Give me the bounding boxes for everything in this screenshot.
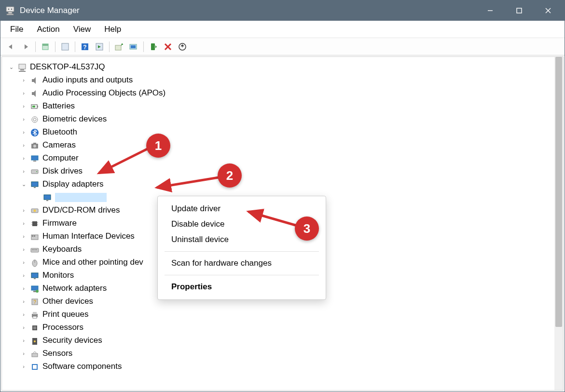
chevron-right-icon[interactable]: › bbox=[20, 298, 27, 305]
chevron-right-icon[interactable]: › bbox=[20, 155, 27, 162]
tree-category[interactable]: ›Cameras bbox=[8, 139, 552, 152]
printer-icon bbox=[30, 310, 40, 320]
minimize-button[interactable] bbox=[476, 0, 505, 21]
chevron-right-icon[interactable]: › bbox=[20, 324, 27, 331]
chevron-right-icon[interactable]: › bbox=[20, 246, 27, 253]
chevron-right-icon[interactable]: › bbox=[20, 142, 27, 149]
svg-line-77 bbox=[248, 212, 299, 226]
display-icon bbox=[30, 180, 40, 189]
chevron-right-icon[interactable]: › bbox=[20, 220, 27, 227]
tree-category[interactable]: ›Software components bbox=[8, 360, 552, 373]
tree-category-label: Biometric devices bbox=[42, 115, 107, 124]
svg-point-4 bbox=[11, 9, 12, 10]
chevron-right-icon[interactable]: › bbox=[20, 90, 27, 97]
chevron-right-icon[interactable]: › bbox=[20, 116, 27, 123]
chevron-right-icon[interactable]: › bbox=[20, 311, 27, 318]
tree-root[interactable]: ⌄DESKTOP-4L537JQ bbox=[8, 61, 552, 74]
annotation-marker-3: 3 bbox=[295, 216, 319, 241]
menu-action[interactable]: Action bbox=[30, 23, 66, 36]
tree-category[interactable]: ›Disk drives bbox=[8, 165, 552, 178]
chevron-right-icon[interactable]: › bbox=[20, 364, 27, 370]
refresh-icon[interactable] bbox=[58, 41, 72, 53]
toolbar-separator bbox=[55, 41, 55, 52]
menubar: File Action View Help bbox=[0, 21, 565, 38]
tree-category[interactable]: ›Batteries bbox=[8, 100, 552, 113]
svg-rect-32 bbox=[33, 143, 36, 144]
context-scan-hardware[interactable]: Scan for hardware changes bbox=[158, 256, 326, 271]
chevron-right-icon[interactable]: › bbox=[20, 338, 27, 344]
chevron-right-icon[interactable]: › bbox=[20, 351, 27, 357]
tree-category[interactable]: ›Processors bbox=[8, 321, 552, 334]
maximize-button[interactable] bbox=[505, 0, 534, 21]
app-icon bbox=[5, 6, 15, 15]
nav-forward-icon[interactable] bbox=[19, 41, 32, 53]
svg-rect-21 bbox=[19, 64, 26, 69]
update-driver-icon[interactable] bbox=[112, 41, 126, 53]
tree-category[interactable]: ›Security devices bbox=[8, 334, 552, 347]
chevron-right-icon[interactable]: › bbox=[20, 285, 27, 292]
tree-category[interactable]: ›Bluetooth bbox=[8, 126, 552, 139]
chevron-right-icon[interactable]: › bbox=[20, 129, 27, 136]
svg-rect-23 bbox=[19, 71, 26, 72]
chevron-right-icon[interactable]: › bbox=[20, 77, 27, 84]
svg-rect-66 bbox=[33, 312, 37, 314]
svg-text:?: ? bbox=[33, 299, 36, 305]
chevron-down-icon[interactable]: ⌄ bbox=[8, 64, 14, 71]
tree-category[interactable]: ›Biometric devices bbox=[8, 113, 552, 126]
svg-rect-52 bbox=[32, 249, 33, 250]
nav-back-icon[interactable] bbox=[4, 41, 18, 53]
fingerprint-icon bbox=[30, 115, 40, 124]
window-title: Device Manager bbox=[20, 6, 476, 15]
chip-icon bbox=[30, 219, 40, 229]
chevron-right-icon[interactable]: › bbox=[20, 233, 27, 240]
tree-category-label: Cameras bbox=[42, 141, 76, 150]
speaker-icon bbox=[30, 89, 40, 98]
toolbar-separator bbox=[75, 41, 75, 52]
chevron-right-icon[interactable]: › bbox=[20, 259, 27, 266]
enable-icon[interactable] bbox=[147, 41, 160, 53]
scroll-thumb[interactable] bbox=[555, 57, 562, 327]
help-icon[interactable]: ? bbox=[78, 41, 92, 53]
chevron-right-icon[interactable]: › bbox=[20, 272, 27, 279]
scan-icon[interactable] bbox=[127, 41, 140, 53]
disk-icon bbox=[30, 167, 40, 176]
svg-point-3 bbox=[8, 9, 9, 10]
close-button[interactable] bbox=[534, 0, 563, 21]
camera-icon bbox=[30, 141, 40, 150]
chevron-right-icon[interactable]: › bbox=[20, 168, 27, 175]
disable-icon[interactable] bbox=[161, 41, 175, 53]
chevron-down-icon[interactable]: ⌄ bbox=[20, 181, 27, 188]
chevron-right-icon[interactable]: › bbox=[20, 207, 27, 214]
detail-icon[interactable] bbox=[93, 41, 106, 53]
toolbar-separator bbox=[143, 41, 144, 52]
tree-category[interactable]: ›Audio inputs and outputs bbox=[8, 74, 552, 87]
annotation-arrow-2 bbox=[150, 174, 227, 193]
menu-view[interactable]: View bbox=[67, 23, 98, 36]
software-icon bbox=[30, 362, 40, 372]
tree-category-label: Audio Processing Objects (APOs) bbox=[42, 89, 165, 98]
tree-category[interactable]: ›Sensors bbox=[8, 347, 552, 360]
context-properties[interactable]: Properties bbox=[158, 279, 326, 295]
tree-category[interactable]: ›Computer bbox=[8, 152, 552, 165]
svg-rect-33 bbox=[31, 156, 38, 160]
properties-icon[interactable] bbox=[39, 41, 52, 53]
svg-rect-37 bbox=[31, 182, 38, 187]
tree-category[interactable]: ›Print queues bbox=[8, 308, 552, 321]
svg-point-28 bbox=[33, 118, 36, 121]
battery-icon bbox=[30, 102, 40, 111]
scrollbar[interactable] bbox=[554, 57, 563, 390]
svg-point-31 bbox=[33, 145, 36, 148]
annotation-marker-2: 2 bbox=[218, 163, 242, 188]
display-icon bbox=[42, 193, 52, 203]
svg-rect-26 bbox=[32, 106, 35, 108]
svg-rect-53 bbox=[33, 249, 34, 250]
menu-help[interactable]: Help bbox=[97, 23, 128, 36]
uninstall-icon[interactable] bbox=[176, 41, 189, 53]
tree-category[interactable]: ⌄Display adapters bbox=[8, 178, 552, 191]
tree-category[interactable]: ›Audio Processing Objects (APOs) bbox=[8, 87, 552, 100]
annotation-arrow-1 bbox=[92, 145, 155, 184]
tree-category-label: DVD/CD-ROM drives bbox=[42, 206, 120, 215]
svg-text:?: ? bbox=[83, 44, 86, 51]
chevron-right-icon[interactable]: › bbox=[20, 103, 27, 110]
menu-file[interactable]: File bbox=[3, 23, 30, 36]
